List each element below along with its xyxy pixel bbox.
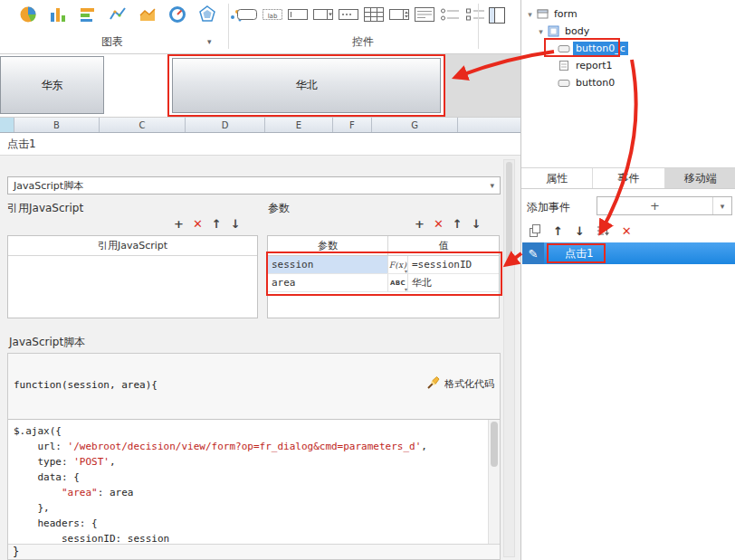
chevron-down-icon: ▾ [490, 181, 494, 190]
tab-移动端[interactable]: 移动端 [665, 168, 735, 188]
event-type-select[interactable]: JavaScript脚本 ▾ [7, 176, 501, 195]
tree-item-report1[interactable]: report1 [521, 57, 735, 74]
tree-item-label: report1 [573, 59, 616, 72]
event-type-value: JavaScript脚本 [14, 179, 83, 193]
code-editor[interactable]: $.ajax({ url: '/webroot/decision/view/fo… [8, 419, 500, 545]
event-name: 点击1 [565, 246, 594, 261]
form-button-huabei[interactable]: 华北 [172, 58, 441, 113]
script-section-label: JavaScript脚本 [9, 335, 85, 350]
column-header-G[interactable]: G [372, 118, 458, 132]
panel-tabs: 属性事件移动端 [521, 167, 735, 189]
dialog-scrollbar[interactable] [503, 159, 515, 557]
param-name-cell[interactable]: session [268, 256, 388, 273]
tab-属性[interactable]: 属性 [521, 168, 593, 188]
toolbar-separator [478, 4, 479, 49]
params-table-header: 参数 值 [268, 236, 499, 256]
param-value-cell[interactable]: =sessionID [408, 256, 499, 273]
combobox-widget-icon[interactable] [311, 4, 335, 25]
tree-item-label: body [562, 24, 592, 38]
reference-toolbar: + ✕ ↑ ↓ [174, 217, 241, 232]
grid-widget-icon[interactable] [362, 4, 386, 25]
bar-chart-icon[interactable] [76, 4, 100, 25]
report-node-icon [557, 60, 571, 71]
edit-event-button[interactable]: ✎ [522, 242, 544, 264]
tree-item-button0[interactable]: button0 [521, 74, 735, 91]
radar-chart-icon[interactable] [196, 4, 219, 25]
param-name-cell[interactable]: area [268, 274, 388, 291]
move-event-down-button[interactable]: ↓ [575, 224, 585, 238]
chart-icon-group [16, 4, 249, 25]
tree-expander-icon[interactable]: ▾ [536, 27, 546, 36]
spinner-widget-icon[interactable] [387, 4, 411, 25]
form-canvas: 华东 华北 [0, 54, 520, 118]
event-toolbar: ↑ ↓ ✕ [529, 223, 632, 238]
radiolist-widget-icon[interactable] [438, 4, 462, 25]
tree-item-button0_c[interactable]: button0_c [521, 40, 735, 57]
pie-chart-icon[interactable] [16, 4, 40, 25]
layout-block-icon[interactable] [485, 5, 509, 26]
param-move-down-button[interactable]: ↓ [472, 217, 482, 232]
column-header-C[interactable]: C [100, 118, 186, 132]
param-type-icon[interactable]: ABC▾ [388, 274, 408, 291]
label-widget-icon[interactable]: lab [261, 4, 284, 25]
param-type-icon[interactable]: F(x)▾ [388, 256, 408, 273]
tree-expander-icon[interactable]: ▾ [525, 10, 535, 19]
button-widget-icon[interactable] [235, 4, 259, 25]
value-column-header: 值 [388, 236, 499, 255]
reference-table-header: 引用JavaScript [8, 236, 257, 256]
chart-group-expander-icon[interactable]: ▾ [207, 37, 212, 46]
reference-move-down-button[interactable]: ↓ [231, 217, 241, 232]
gauge-chart-icon[interactable] [166, 4, 189, 25]
checklist-widget-icon[interactable] [463, 4, 487, 25]
line-chart-icon[interactable] [106, 4, 129, 25]
param-row-area[interactable]: areaABC▾华北 [268, 274, 499, 292]
multiline-widget-icon[interactable] [413, 4, 436, 25]
format-code-button[interactable]: 格式化代码 [426, 375, 494, 393]
param-column-header: 参数 [268, 236, 388, 255]
canvas-outside-area [445, 54, 520, 117]
format-code-icon [426, 375, 441, 393]
chevron-down-icon: ▾ [713, 202, 731, 211]
password-widget-icon[interactable] [337, 4, 360, 25]
move-event-up-button[interactable]: ↑ [553, 224, 563, 238]
reference-section-label: 引用JavaScript [7, 201, 83, 216]
function-signature: function(session, area){ [14, 379, 158, 391]
param-row-session[interactable]: sessionF(x)▾=sessionID [268, 256, 499, 274]
textbox-widget-icon[interactable] [286, 4, 310, 25]
copy-event-button[interactable] [529, 224, 541, 237]
reorder-events-button[interactable] [597, 224, 610, 237]
event-list-item[interactable]: ✎ 点击1 [522, 242, 735, 264]
chart-group-label: 图表 [101, 34, 123, 50]
tree-item-body[interactable]: ▾body [521, 23, 735, 40]
column-header-D[interactable]: D [186, 118, 265, 132]
form-button-huadong[interactable]: 华东 [0, 56, 104, 114]
body-icon [546, 25, 560, 37]
reference-table[interactable]: 引用JavaScript [7, 235, 258, 318]
column-header-E[interactable]: E [265, 118, 333, 132]
add-reference-button[interactable]: + [174, 217, 184, 232]
toolbar-separator [228, 4, 229, 49]
reference-move-up-button[interactable]: ↑ [212, 217, 222, 232]
tab-事件[interactable]: 事件 [593, 168, 664, 188]
column-chart-icon[interactable] [46, 4, 70, 25]
code-scrollbar[interactable] [488, 420, 500, 544]
column-header-F[interactable]: F [333, 118, 372, 132]
delete-reference-button[interactable]: ✕ [193, 217, 203, 232]
param-value-cell[interactable]: 华北 [408, 274, 499, 291]
delete-event-button[interactable]: ✕ [622, 224, 632, 238]
add-param-button[interactable]: + [415, 217, 425, 232]
scrollbar-thumb[interactable] [506, 162, 512, 261]
add-event-button[interactable]: + ▾ [597, 196, 732, 215]
app-root: 图表 ▾ lab 控件 华东 华北 BCDEFG 点击1 JavaScript脚… [0, 0, 735, 560]
params-table[interactable]: 参数 值 sessionF(x)▾=sessionIDareaABC▾华北 [267, 235, 500, 318]
tree-item-label: form [551, 7, 580, 21]
row-header-corner[interactable] [0, 118, 14, 132]
svg-text:lab: lab [268, 13, 278, 20]
delete-param-button[interactable]: ✕ [434, 217, 444, 232]
param-move-up-button[interactable]: ↑ [453, 217, 463, 232]
scrollbar-thumb[interactable] [491, 422, 498, 467]
tree-item-form[interactable]: ▾form [521, 5, 735, 23]
column-header-B[interactable]: B [14, 118, 100, 132]
control-group-label: 控件 [352, 34, 374, 50]
area-chart-icon[interactable] [136, 4, 159, 25]
